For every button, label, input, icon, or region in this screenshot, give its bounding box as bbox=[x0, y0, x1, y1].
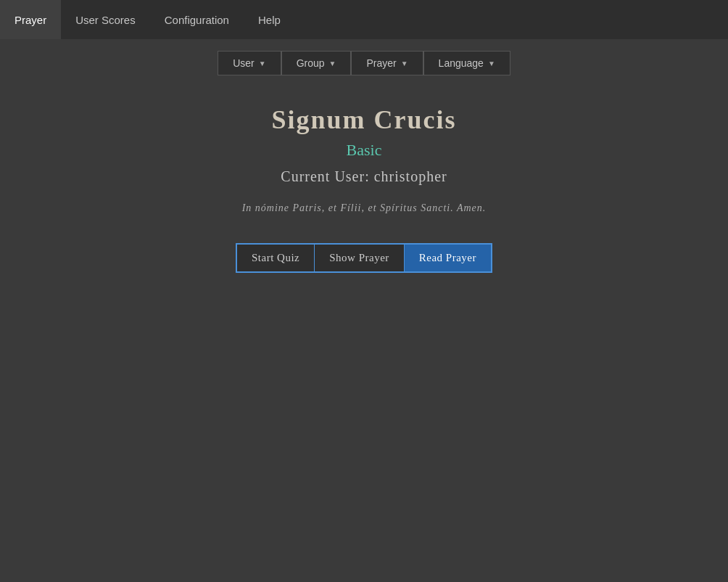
show-prayer-button[interactable]: Show Prayer bbox=[315, 245, 405, 271]
prayer-text: In nómine Patris, et Fílii, et Spíritus … bbox=[242, 202, 487, 214]
prayer-dropdown-arrow: ▼ bbox=[401, 60, 408, 67]
main-content: Signum Crucis Basic Current User: christ… bbox=[0, 104, 728, 273]
action-buttons: Start Quiz Show Prayer Read Prayer bbox=[236, 243, 492, 273]
current-user: Current User: christopher bbox=[281, 168, 447, 185]
user-dropdown[interactable]: User ▼ bbox=[218, 51, 281, 75]
nav-help[interactable]: Help bbox=[244, 0, 295, 39]
nav-prayer[interactable]: Prayer bbox=[0, 0, 61, 39]
nav-configuration[interactable]: Configuration bbox=[150, 0, 244, 39]
start-quiz-button[interactable]: Start Quiz bbox=[237, 245, 315, 271]
prayer-title: Signum Crucis bbox=[271, 104, 456, 135]
read-prayer-button[interactable]: Read Prayer bbox=[405, 245, 491, 271]
filter-toolbar: User ▼ Group ▼ Prayer ▼ Language ▼ bbox=[0, 51, 728, 75]
navigation: Prayer User Scores Configuration Help bbox=[0, 0, 728, 39]
language-dropdown[interactable]: Language ▼ bbox=[423, 51, 510, 75]
language-dropdown-arrow: ▼ bbox=[488, 60, 495, 67]
group-dropdown[interactable]: Group ▼ bbox=[281, 51, 352, 75]
prayer-category: Basic bbox=[347, 141, 382, 160]
user-dropdown-arrow: ▼ bbox=[259, 60, 266, 67]
group-dropdown-arrow: ▼ bbox=[329, 60, 336, 67]
prayer-dropdown[interactable]: Prayer ▼ bbox=[351, 51, 423, 75]
nav-user-scores[interactable]: User Scores bbox=[61, 0, 150, 39]
